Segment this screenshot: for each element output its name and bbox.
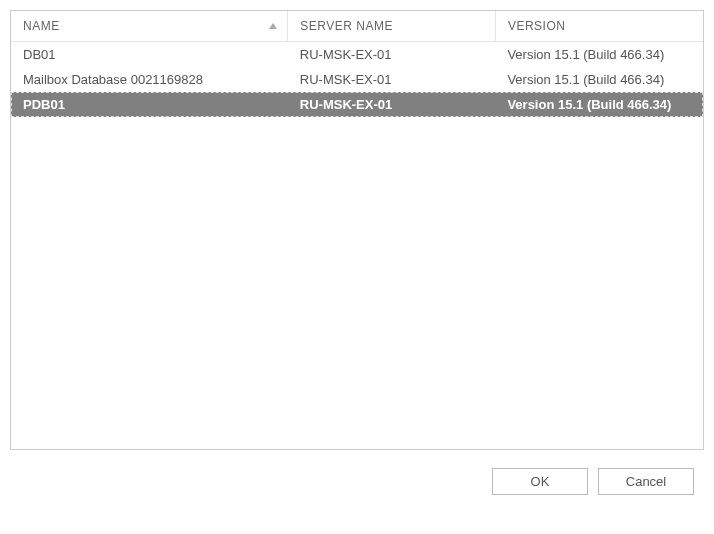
- cell-server: RU-MSK-EX-01: [288, 67, 496, 92]
- table-row[interactable]: Mailbox Database 0021169828RU-MSK-EX-01V…: [11, 67, 703, 92]
- column-header-version-label: VERSION: [508, 19, 566, 33]
- cell-name: Mailbox Database 0021169828: [11, 67, 288, 92]
- ok-button[interactable]: OK: [492, 468, 588, 495]
- cell-version: Version 15.1 (Build 466.34): [495, 92, 703, 117]
- cell-server: RU-MSK-EX-01: [288, 92, 496, 117]
- table-row[interactable]: PDB01RU-MSK-EX-01Version 15.1 (Build 466…: [11, 92, 703, 117]
- column-header-server[interactable]: SERVER NAME: [288, 11, 496, 42]
- cell-name: DB01: [11, 42, 288, 68]
- cell-name: PDB01: [11, 92, 288, 117]
- database-table: NAME SERVER NAME VERSION DB01RU-MSK-EX-0…: [11, 11, 703, 117]
- column-header-version[interactable]: VERSION: [495, 11, 703, 42]
- dialog-button-row: OK Cancel: [10, 468, 704, 495]
- cell-server: RU-MSK-EX-01: [288, 42, 496, 68]
- column-header-server-label: SERVER NAME: [300, 19, 393, 33]
- cancel-button[interactable]: Cancel: [598, 468, 694, 495]
- table-body: DB01RU-MSK-EX-01Version 15.1 (Build 466.…: [11, 42, 703, 118]
- column-header-name-label: NAME: [23, 19, 60, 33]
- database-table-container: NAME SERVER NAME VERSION DB01RU-MSK-EX-0…: [10, 10, 704, 450]
- table-row[interactable]: DB01RU-MSK-EX-01Version 15.1 (Build 466.…: [11, 42, 703, 68]
- sort-asc-icon: [269, 23, 277, 29]
- cell-version: Version 15.1 (Build 466.34): [495, 42, 703, 68]
- column-header-name[interactable]: NAME: [11, 11, 288, 42]
- table-header-row: NAME SERVER NAME VERSION: [11, 11, 703, 42]
- cell-version: Version 15.1 (Build 466.34): [495, 67, 703, 92]
